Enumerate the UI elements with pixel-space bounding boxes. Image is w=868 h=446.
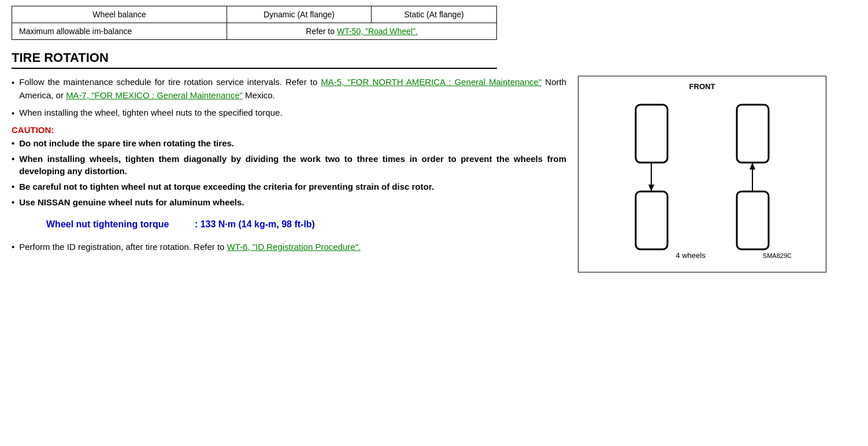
torque-separator: :: [195, 219, 198, 229]
table-header-dynamic: Dynamic (At flange): [227, 6, 372, 23]
wheel-diagram-svg: 4 wheels SMA829C: [601, 93, 803, 261]
svg-marker-5: [648, 185, 654, 191]
bottom-bullet-dot: •: [12, 241, 14, 254]
caution-item-2: • When installing wheels, tighten them d…: [12, 153, 566, 177]
caution-item-4: • Use NISSAN genuine wheel nuts for alum…: [12, 196, 566, 208]
main-content: • Follow the maintenance schedule for ti…: [12, 76, 856, 272]
wt6-link[interactable]: WT-6, "ID Registration Procedure".: [227, 242, 361, 252]
caution-text-2: When installing wheels, tighten them dia…: [19, 153, 566, 177]
svg-marker-7: [750, 163, 755, 169]
table-row-label: Maximum allowable im-balance: [12, 23, 227, 40]
bullet-1-after: Mexico.: [245, 90, 275, 100]
svg-rect-3: [737, 191, 769, 249]
torque-box: Wheel nut tightening torque : 133 N·m (1…: [46, 218, 566, 231]
caution-text-4: Use NISSAN genuine wheel nuts for alumin…: [19, 196, 244, 208]
bullet-wheel-nuts: • When installing the wheel, tighten whe…: [12, 106, 566, 120]
front-label: FRONT: [584, 82, 820, 91]
table-row-value: Refer to WT-50, "Road Wheel".: [227, 23, 497, 40]
bullet-dot-2: •: [12, 107, 14, 120]
bottom-text-before: Perform the ID registration, after tire …: [19, 242, 227, 252]
bullet-maintenance-schedule: • Follow the maintenance schedule for ti…: [12, 76, 566, 102]
wheel-rotation-diagram: FRONT 4 wheels SMA829C: [578, 76, 826, 272]
ma7-link[interactable]: MA-7, "FOR MEXICO : General Maintenance": [66, 90, 243, 100]
caution-text-1: Do not include the spare tire when rotat…: [19, 137, 234, 149]
diagram-container: FRONT 4 wheels SMA829C: [584, 82, 820, 263]
bullet-dot-1: •: [12, 76, 14, 102]
bottom-bullet: • Perform the ID registration, after tir…: [12, 241, 566, 254]
caution-dot-2: •: [12, 153, 14, 177]
wheels-label-text: 4 wheels: [676, 251, 706, 260]
caution-label: CAUTION:: [12, 125, 566, 135]
caution-list: • Do not include the spare tire when rot…: [12, 137, 566, 208]
caution-dot-4: •: [12, 196, 14, 208]
table-header-wheel-balance: Wheel balance: [12, 6, 227, 23]
refer-text: Refer to: [306, 27, 337, 36]
svg-rect-1: [737, 105, 769, 163]
torque-label: Wheel nut tightening torque: [46, 219, 169, 229]
intro-bullet-list: • Follow the maintenance schedule for ti…: [12, 76, 566, 120]
bullet-2-text: When installing the wheel, tighten wheel…: [19, 106, 282, 120]
caution-text-3: Be careful not to tighten wheel nut at t…: [19, 180, 434, 193]
caution-dot-3: •: [12, 180, 14, 193]
section-title: TIRE ROTATION: [12, 50, 497, 69]
bottom-bullet-text: Perform the ID registration, after tire …: [19, 241, 361, 254]
caution-dot-1: •: [12, 137, 14, 149]
bullet-1-text: Follow the maintenance schedule for tire…: [19, 76, 566, 102]
caution-item-1: • Do not include the spare tire when rot…: [12, 137, 566, 149]
diagram-code-text: SMA829C: [763, 252, 792, 259]
table-header-static: Static (At flange): [371, 6, 496, 23]
caution-item-3: • Be careful not to tighten wheel nut at…: [12, 180, 566, 193]
text-column: • Follow the maintenance schedule for ti…: [12, 76, 566, 253]
torque-value: 133 N·m (14 kg-m, 98 ft-lb): [201, 219, 315, 229]
ma5-link[interactable]: MA-5, "FOR NORTH AMERICA : General Maint…: [321, 77, 541, 87]
wheel-balance-table: Wheel balance Dynamic (At flange) Static…: [12, 6, 497, 40]
svg-rect-0: [636, 105, 667, 163]
wt50-link[interactable]: WT-50, "Road Wheel".: [337, 27, 418, 36]
svg-rect-2: [636, 191, 667, 249]
